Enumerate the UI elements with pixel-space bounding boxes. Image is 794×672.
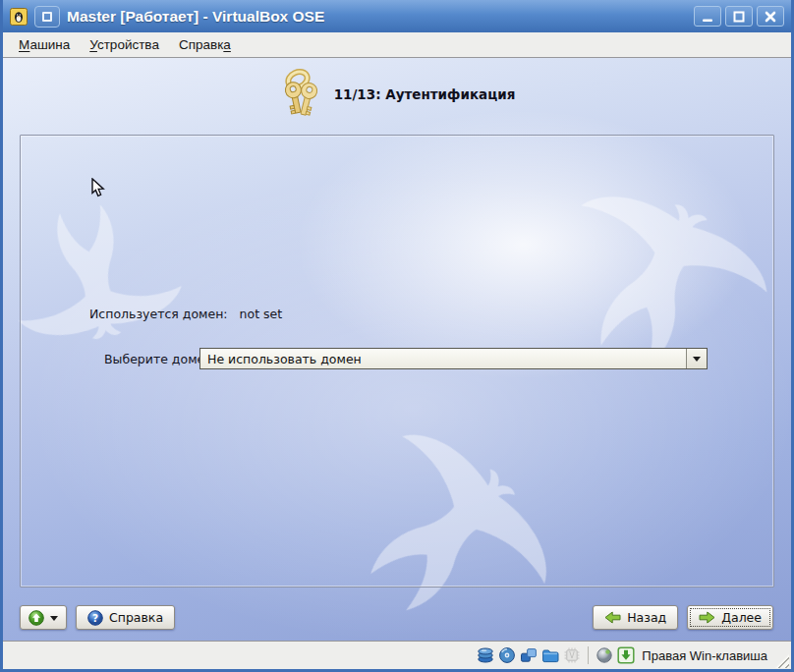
statusbar-separator bbox=[588, 646, 589, 664]
back-button[interactable]: Назад bbox=[593, 605, 678, 630]
window-title: Master [Работает] - VirtualBox OSE bbox=[67, 8, 687, 26]
domain-combobox[interactable]: Не использовать домен bbox=[199, 348, 708, 369]
step-title: 11/13: Аутентификация bbox=[334, 86, 516, 102]
chevron-down-icon bbox=[50, 616, 58, 625]
help-button-label: Справка bbox=[109, 610, 163, 625]
next-button[interactable]: Далее bbox=[687, 605, 773, 630]
network-adapters-icon[interactable] bbox=[520, 646, 538, 664]
next-button-label: Далее bbox=[721, 610, 762, 625]
statusbar: V Правая Win-клавиша bbox=[3, 641, 791, 669]
minimize-button[interactable] bbox=[694, 6, 721, 27]
resize-grip[interactable] bbox=[775, 654, 789, 668]
combobox-dropdown-button[interactable] bbox=[686, 349, 707, 368]
boot-orb-icon bbox=[28, 610, 44, 626]
hard-disks-icon[interactable] bbox=[477, 646, 494, 664]
svg-text:?: ? bbox=[92, 611, 98, 623]
vm-state-icon bbox=[34, 6, 60, 28]
vm-display: 11/13: Аутентификация Используется домен… bbox=[3, 58, 791, 641]
vm-app-icon bbox=[10, 8, 28, 26]
cd-rom-icon[interactable] bbox=[498, 646, 516, 664]
help-button[interactable]: ? Справка bbox=[76, 605, 175, 630]
virtualization-icon[interactable]: V bbox=[563, 646, 581, 664]
mouse-integration-icon[interactable] bbox=[596, 646, 613, 664]
maximize-button[interactable] bbox=[725, 6, 753, 27]
virtualbox-window: Master [Работает] - VirtualBox OSE Машин… bbox=[0, 0, 794, 672]
menu-machine[interactable]: Машина bbox=[9, 34, 80, 55]
hostkey-label: Правая Win-клавиша bbox=[642, 648, 767, 663]
menubar: Машина Устройства Справка bbox=[3, 32, 791, 58]
keys-icon bbox=[279, 69, 324, 120]
installer-header: 11/13: Аутентификация bbox=[3, 58, 791, 131]
host-key-icon[interactable] bbox=[617, 646, 635, 664]
help-icon: ? bbox=[87, 610, 103, 626]
domain-used-value: not set bbox=[240, 307, 283, 321]
shared-folders-icon[interactable] bbox=[541, 646, 559, 664]
back-button-label: Назад bbox=[627, 610, 666, 625]
domain-status: Используется домен:not set bbox=[89, 307, 282, 321]
mouse-cursor bbox=[91, 178, 105, 197]
menu-devices[interactable]: Устройства bbox=[80, 34, 169, 55]
chevron-down-icon bbox=[693, 357, 701, 365]
domain-combobox-value: Не использовать домен bbox=[200, 352, 686, 366]
domain-used-label: Используется домен: bbox=[89, 307, 228, 321]
menu-help[interactable]: Справка bbox=[169, 34, 241, 55]
boot-options-button[interactable] bbox=[20, 605, 67, 630]
back-arrow-icon bbox=[604, 611, 621, 624]
next-arrow-icon bbox=[699, 611, 715, 624]
svg-text:V: V bbox=[570, 651, 576, 660]
titlebar[interactable]: Master [Работает] - VirtualBox OSE bbox=[3, 0, 791, 32]
close-button[interactable] bbox=[757, 6, 784, 27]
